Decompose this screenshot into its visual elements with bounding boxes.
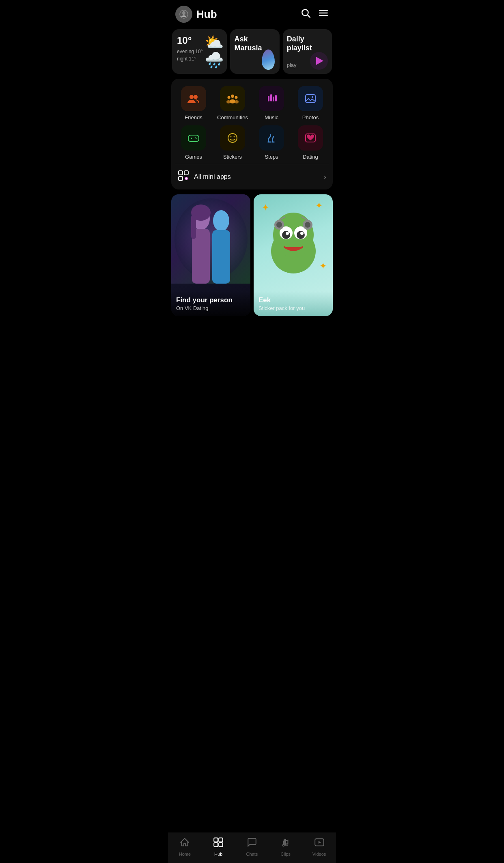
svg-point-17 (235, 100, 239, 103)
stickers-label: Stickers (223, 154, 242, 160)
stickers-icon (220, 125, 245, 151)
svg-line-6 (308, 15, 310, 17)
app-friends[interactable]: Friends (175, 86, 212, 121)
app-photos[interactable]: Photos (292, 86, 329, 121)
home-icon (179, 837, 190, 850)
svg-rect-21 (275, 95, 277, 101)
clips-icon (280, 837, 291, 850)
svg-point-31 (234, 136, 235, 138)
apps-grid-icon (178, 170, 189, 184)
svg-point-33 (271, 141, 275, 143)
svg-point-54 (286, 232, 289, 235)
svg-point-27 (195, 137, 196, 138)
nav-home[interactable]: Home (168, 837, 202, 857)
nav-chats-label: Chats (246, 852, 258, 857)
svg-point-11 (194, 95, 198, 99)
nav-home-label: Home (179, 852, 191, 857)
nav-hub[interactable]: Hub (202, 837, 235, 857)
search-icon[interactable] (300, 8, 311, 21)
games-icon (181, 125, 206, 151)
svg-rect-22 (306, 95, 315, 103)
eek-promo-card[interactable]: ✦ ✦ ✦ (254, 194, 333, 316)
all-mini-apps-row[interactable]: All mini apps › (175, 168, 329, 185)
divider (175, 164, 329, 164)
marusia-orb (262, 49, 275, 70)
svg-point-15 (230, 99, 235, 103)
app-stickers[interactable]: Stickers (214, 125, 251, 160)
chevron-right-icon: › (324, 173, 326, 181)
svg-rect-35 (179, 171, 183, 175)
nav-videos-label: Videos (312, 852, 326, 857)
header-actions (300, 8, 329, 21)
music-label: Music (265, 114, 278, 121)
svg-marker-70 (318, 841, 321, 844)
svg-point-28 (196, 138, 196, 139)
dating-promo-image (171, 194, 250, 284)
games-label: Games (185, 154, 202, 160)
svg-point-41 (174, 198, 248, 280)
svg-rect-37 (179, 176, 183, 181)
svg-point-14 (235, 96, 238, 99)
svg-point-52 (282, 231, 290, 239)
app-header: Hub (168, 0, 336, 27)
svg-rect-36 (184, 171, 188, 175)
svg-point-46 (213, 210, 229, 231)
dating-label: Dating (303, 154, 318, 160)
svg-point-23 (312, 96, 313, 98)
eek-promo-bottom: Eek Sticker pack for you (254, 291, 333, 316)
steps-icon (259, 125, 284, 151)
nav-hub-label: Hub (214, 852, 222, 857)
sparkle-icon-3: ✦ (319, 261, 327, 271)
eek-promo-image: ✦ ✦ ✦ (254, 194, 333, 284)
svg-point-29 (228, 133, 237, 142)
ask-marusia-widget[interactable]: Ask Marusia (230, 29, 279, 74)
eek-promo-title: Eek (258, 296, 328, 304)
daily-playlist-widget[interactable]: Daily playlist play (283, 29, 332, 74)
videos-icon (314, 837, 325, 850)
svg-point-32 (267, 141, 271, 143)
nav-chats[interactable]: Chats (235, 837, 269, 857)
steps-label: Steps (265, 154, 278, 160)
apps-grid: Friends Communities (175, 86, 329, 160)
music-icon (259, 86, 284, 111)
app-communities[interactable]: Communities (214, 86, 251, 121)
dating-promo-bottom: Find your person On VK Dating (171, 291, 250, 316)
chats-icon (247, 837, 257, 850)
svg-point-12 (231, 95, 234, 98)
sparkle-icon-2: ✦ (315, 200, 323, 211)
daily-playlist-title: Daily playlist (287, 35, 328, 52)
svg-rect-47 (212, 230, 230, 284)
menu-icon[interactable] (318, 8, 329, 21)
nav-videos[interactable]: Videos (302, 837, 336, 857)
svg-point-53 (297, 231, 305, 239)
dating-promo-title: Find your person (176, 296, 246, 304)
svg-rect-64 (214, 843, 218, 847)
svg-point-4 (183, 11, 184, 12)
svg-rect-62 (214, 838, 218, 842)
bottom-navigation: Home Hub Chats (168, 833, 336, 863)
svg-rect-20 (273, 97, 274, 101)
nav-clips[interactable]: Clips (269, 837, 302, 857)
app-games[interactable]: Games (175, 125, 212, 160)
svg-point-16 (226, 100, 230, 103)
avatar[interactable] (175, 6, 192, 23)
hub-icon (213, 837, 224, 850)
page-title: Hub (196, 8, 217, 21)
weather-widget[interactable]: ⛅🌧️ 10° evening 10° night 11° (172, 29, 227, 74)
svg-rect-65 (219, 843, 223, 847)
header-left: Hub (175, 6, 217, 23)
app-steps[interactable]: Steps (253, 125, 290, 160)
promo-section: Find your person On VK Dating ✦ ✦ ✦ (168, 193, 336, 319)
svg-point-59 (305, 222, 310, 228)
play-button[interactable] (310, 52, 328, 70)
svg-point-30 (230, 136, 232, 138)
dating-promo-card[interactable]: Find your person On VK Dating (171, 194, 250, 316)
svg-rect-24 (188, 135, 199, 142)
svg-point-68 (286, 844, 288, 845)
dating-promo-sub: On VK Dating (176, 305, 246, 311)
photos-icon (298, 86, 323, 111)
play-triangle-icon (316, 57, 323, 65)
app-dating[interactable]: Dating (292, 125, 329, 160)
app-music[interactable]: Music (253, 86, 290, 121)
widgets-row: ⛅🌧️ 10° evening 10° night 11° Ask Marusi… (168, 27, 336, 77)
